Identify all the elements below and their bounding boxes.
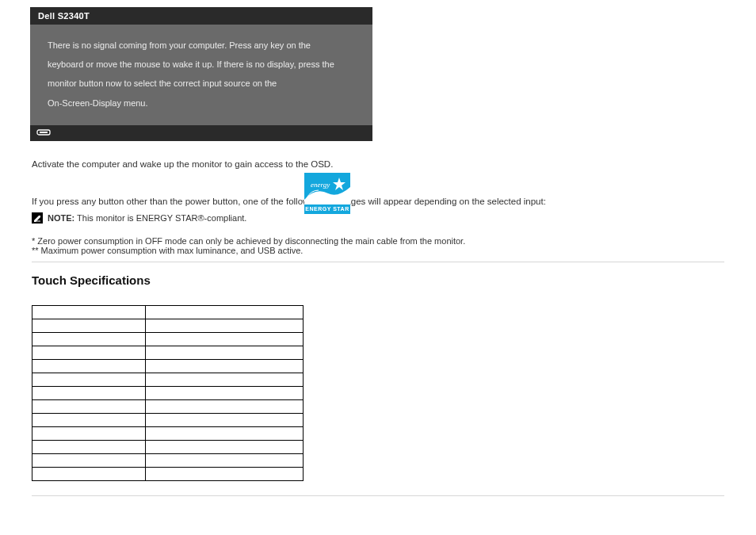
table-row [32,319,304,333]
table-cell [32,427,146,441]
displayport-icon [36,128,366,136]
table-cell [146,468,304,481]
svg-rect-4 [34,221,40,222]
table-cell [32,441,146,454]
table-row [32,387,304,400]
table-row [32,441,304,454]
table-cell [32,400,146,414]
table-header [32,306,146,319]
table-cell [32,414,146,427]
table-row [32,333,304,346]
osd-dialog: Dell S2340T There is no signal coming fr… [30,7,372,141]
table-cell [146,414,304,427]
osd-line: On-Screen-Display menu. [48,94,355,113]
table-cell [146,360,304,373]
table-cell [146,387,304,400]
table-row [32,346,304,360]
svg-text:energy: energy [311,181,330,189]
table-header-row [32,306,304,319]
note-text: NOTE: This monitor is ENERGY STAR®-compl… [48,212,246,224]
table-cell [146,319,304,333]
table-cell [146,373,304,387]
table-cell [146,346,304,360]
table-row [32,468,304,481]
pin-assignments-table [32,305,304,481]
table-cell [146,441,304,454]
table-row [32,427,304,441]
section-heading: Touch Specifications [32,273,151,287]
note-label: NOTE: [48,213,74,223]
table-cell [32,360,146,373]
table-row [32,360,304,373]
caveat-line: * Zero power consumption in OFF mode can… [32,236,465,246]
osd-message: There is no signal coming from your comp… [30,25,372,125]
energy-star-lead: If you press any button other than the p… [32,197,729,206]
energy-star-logo: energy ENERGY STAR [304,173,350,214]
table-cell [32,346,146,360]
note-body: This monitor is ENERGY STAR®-compliant. [77,213,246,223]
osd-line: monitor button now to select the correct… [48,74,355,93]
table-row [32,400,304,414]
table-cell [32,387,146,400]
divider [32,262,724,262]
power-management-text: Activate the computer and wake up the mo… [32,157,721,171]
caveat-text: * Zero power consumption in OFF mode can… [32,236,465,255]
osd-line: There is no signal coming from your comp… [48,36,355,55]
table-cell [146,400,304,414]
energy-star-icon: energy [304,173,350,204]
svg-marker-3 [333,178,346,190]
table-cell [32,468,146,481]
table-cell [32,373,146,387]
divider [32,495,724,496]
table-row [32,454,304,468]
caveat-line: ** Maximum power consumption with max lu… [32,246,465,255]
table-row [32,373,304,387]
note-icon [32,212,43,224]
table-cell [32,454,146,468]
osd-line: keyboard or move the mouse to wake it up… [48,55,355,74]
note-row: NOTE: This monitor is ENERGY STAR®-compl… [32,212,729,224]
table-cell [32,319,146,333]
osd-title: Dell S2340T [30,7,372,25]
table-cell [146,333,304,346]
table-header [146,306,304,319]
table-cell [146,454,304,468]
svg-rect-1 [40,132,48,133]
table-cell [32,333,146,346]
osd-footer [30,125,372,141]
table-cell [146,427,304,441]
table-row [32,414,304,427]
